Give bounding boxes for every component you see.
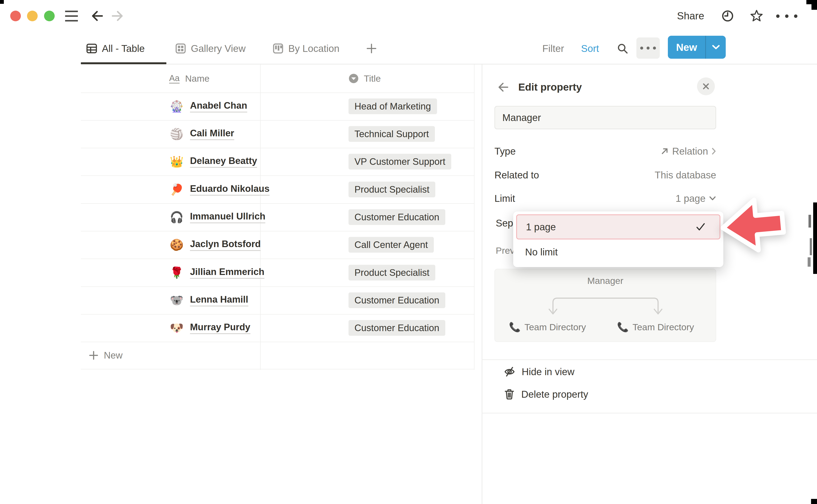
title-tag[interactable]: Call Center Agent [348,237,434,253]
page-name[interactable]: Jillian Emmerich [190,266,264,279]
page-emoji: 🏓 [170,183,184,196]
share-button[interactable]: Share [670,10,704,21]
table-row[interactable]: 🌹Jillian Emmerich Product Specialist [81,259,474,287]
add-view-plus-icon[interactable] [366,43,376,54]
page-emoji: 🎡 [170,100,184,113]
field-row-type[interactable]: Type Relation [495,145,716,158]
page-emoji: 👑 [170,155,184,168]
page-emoji: 🐶 [170,322,184,334]
panel-divider [482,64,482,504]
scan-artifact [808,215,811,228]
phone-emoji: 📞 [509,322,521,333]
forward-arrow-icon[interactable] [111,10,123,22]
text-property-icon: Aa [169,73,179,84]
new-button[interactable]: New [668,36,726,59]
close-icon [702,83,710,90]
column-header-title[interactable]: Title [348,73,381,84]
preview-label-clipped: Prev [496,245,515,256]
page-name[interactable]: Eduardo Nikolaus [190,183,269,196]
page-name[interactable]: Cali Miller [190,128,234,140]
tab-all-table[interactable]: All - Table [86,38,145,59]
preview-child-left: 📞 Team Directory [509,322,586,333]
delete-property-button[interactable]: Delete property [504,389,588,400]
check-icon [696,223,706,231]
table-row[interactable]: 🐶Murray Purdy Customer Education [81,314,474,342]
column-header-name[interactable]: Aa Name [169,73,209,84]
field-row-limit[interactable]: Limit 1 page [495,192,716,205]
active-tab-underline [81,62,166,64]
sort-button[interactable]: Sort [581,43,599,54]
limit-dropdown-menu: 1 page No limit [513,211,723,267]
panel-title: Edit property [518,81,582,93]
window-minimize-button[interactable] [27,11,38,21]
title-tag[interactable]: Customer Education [348,292,445,308]
table-row[interactable]: 👑Delaney Beatty VP Customer Support [81,148,474,176]
view-options-button[interactable] [636,37,660,59]
table-row[interactable]: 🏐Cali Miller Technical Support [81,120,474,148]
new-button-label: New [668,36,705,59]
favorite-star-icon[interactable] [750,9,763,22]
title-tag[interactable]: Technical Support [348,126,435,142]
notion-window: Share All - Table Gallery View [0,0,817,504]
table-row[interactable]: 🎡Anabel Chan Head of Marketing [81,93,474,121]
title-tag[interactable]: Product Specialist [348,182,435,197]
title-tag[interactable]: Customer Education [348,320,445,336]
window-close-button[interactable] [10,11,21,21]
table-row[interactable]: 🏓Eduardo Nikolaus Product Specialist [81,176,474,204]
title-tag[interactable]: Head of Marketing [348,98,437,114]
plus-icon [89,351,98,360]
select-property-icon [348,73,359,84]
preview-child-right: 📞 Team Directory [617,322,694,333]
gallery-view-icon [175,43,186,54]
property-name-input[interactable] [495,106,716,129]
page-emoji: 🎧 [170,211,184,224]
title-tag[interactable]: Product Specialist [348,265,435,280]
updates-clock-icon[interactable] [722,10,734,22]
table-right-border [474,64,475,370]
chevron-down-icon [712,45,720,50]
trash-icon [504,389,515,400]
page-name[interactable]: Delaney Beatty [190,155,257,168]
table-view-icon [86,43,97,54]
relation-arrow-icon [661,147,669,155]
panel-close-button[interactable] [697,77,715,95]
sidebar-menu-icon[interactable] [65,11,78,21]
tab-gallery-view[interactable]: Gallery View [175,38,245,59]
title-tag[interactable]: Customer Education [348,209,445,225]
new-row-button[interactable]: New [81,342,474,369]
annotation-arrow [711,191,817,268]
more-options-icon[interactable] [776,14,797,18]
page-name[interactable]: Lenna Hamill [190,294,248,306]
back-arrow-icon[interactable] [91,10,103,22]
limit-option-1-page[interactable]: 1 page [516,214,720,239]
eye-off-icon [504,366,515,377]
filter-button[interactable]: Filter [542,43,564,54]
page-name[interactable]: Anabel Chan [190,100,247,112]
table-row[interactable]: 🎧Immanuel Ullrich Customer Education [81,203,474,231]
page-name[interactable]: Jaclyn Botsford [190,239,261,251]
separate-label-clipped: Sep [496,217,513,229]
section-divider [482,413,817,413]
page-name[interactable]: Murray Purdy [190,322,250,334]
scan-artifact [811,499,817,504]
tab-by-location[interactable]: By Location [272,38,339,59]
window-zoom-button[interactable] [44,11,55,21]
title-tag[interactable]: VP Customer Support [348,154,451,169]
table-row[interactable]: 🐨Lenna Hamill Customer Education [81,286,474,315]
new-dropdown-button[interactable] [706,36,726,59]
scan-artifact [810,238,812,255]
section-divider [482,359,817,360]
panel-back-icon[interactable] [498,82,509,93]
limit-option-no-limit[interactable]: No limit [516,240,720,264]
page-emoji: 🐨 [170,294,184,307]
phone-emoji: 📞 [617,322,629,333]
scan-artifact [811,0,817,10]
scan-artifact [0,0,4,4]
field-row-related-to[interactable]: Related to This database [495,168,716,182]
table-row[interactable]: 🍪Jaclyn Botsford Call Center Agent [81,231,474,259]
table-header-row: Aa Name Title [81,64,474,93]
page-name[interactable]: Immanuel Ullrich [190,211,265,223]
search-icon[interactable] [617,43,629,54]
hide-in-view-button[interactable]: Hide in view [504,366,575,377]
page-emoji: 🍪 [170,238,184,251]
